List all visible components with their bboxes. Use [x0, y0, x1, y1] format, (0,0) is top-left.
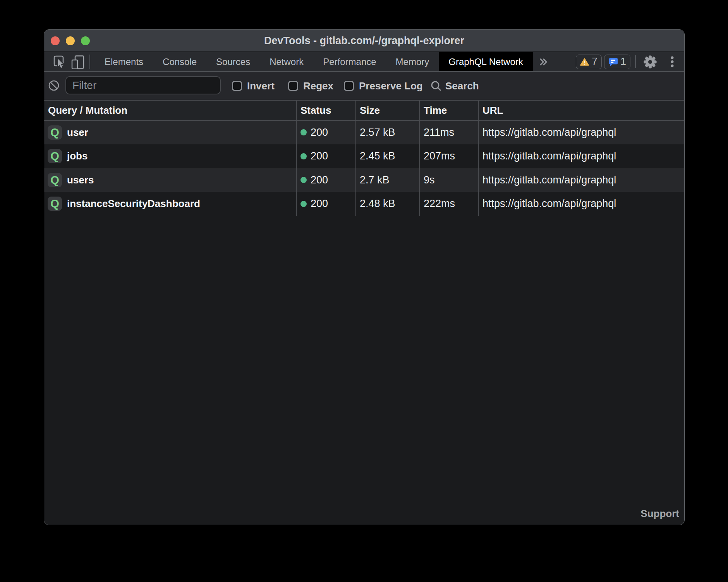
filter-toolbar: Invert Regex Preserve Log Search — [44, 72, 684, 101]
status-ok-dot — [300, 201, 307, 207]
cell-query-name: users — [67, 168, 94, 192]
cell-query-name: instanceSecurityDashboard — [67, 192, 200, 216]
tab-performance[interactable]: Performance — [313, 52, 386, 71]
issues-badge[interactable]: 1 — [604, 55, 630, 69]
window-title: DevTools - gitlab.com/-/graphql-explorer — [264, 35, 464, 47]
query-type-badge: Q — [48, 125, 62, 140]
column-divider[interactable] — [296, 101, 297, 216]
device-toolbar-glyph — [70, 55, 84, 69]
cell-status: 200 — [300, 192, 328, 216]
tab-graphql-network[interactable]: GraphQL Network — [439, 52, 533, 71]
cell-size: 2.57 kB — [360, 121, 395, 145]
cell-time: 9s — [424, 168, 435, 192]
cell-url: https://gitlab.com/api/graphql — [482, 192, 616, 216]
devtools-window: DevTools - gitlab.com/-/graphql-explorer… — [44, 29, 685, 525]
clear-icon[interactable] — [48, 80, 60, 91]
message-bubble-icon — [608, 57, 618, 67]
settings-gear-icon[interactable] — [644, 55, 657, 68]
inspect-cursor-glyph — [53, 55, 67, 69]
cell-url: https://gitlab.com/api/graphql — [482, 168, 616, 192]
invert-checkbox[interactable] — [232, 81, 242, 91]
cell-size: 2.45 kB — [360, 144, 395, 168]
cell-query-name: user — [67, 121, 88, 145]
column-header-status[interactable]: Status — [300, 101, 331, 120]
column-header-query[interactable]: Query / Mutation — [48, 101, 127, 120]
cell-url: https://gitlab.com/api/graphql — [482, 144, 616, 168]
column-header-url[interactable]: URL — [482, 101, 503, 120]
query-type-badge: Q — [48, 149, 62, 163]
inspect-element-icon[interactable] — [52, 55, 69, 69]
invert-label: Invert — [247, 80, 275, 92]
block-circle-glyph — [48, 80, 60, 91]
panel-tabs: Elements Console Sources Network Perform… — [95, 52, 533, 71]
traffic-lights — [51, 36, 90, 45]
column-divider[interactable] — [478, 101, 479, 216]
tab-console[interactable]: Console — [153, 52, 206, 71]
query-type-badge: Q — [48, 173, 62, 187]
table-row[interactable]: Q jobs 200 2.45 kB 207ms https://gitlab.… — [44, 144, 684, 168]
status-ok-dot — [300, 153, 307, 159]
search-icon — [430, 80, 442, 92]
table-row[interactable]: Q users 200 2.7 kB 9s https://gitlab.com… — [44, 168, 684, 192]
cell-status: 200 — [300, 121, 328, 145]
close-button[interactable] — [51, 36, 60, 45]
cell-url: https://gitlab.com/api/graphql — [482, 121, 616, 145]
tabbar-divider — [89, 55, 90, 69]
search-button[interactable]: Search — [430, 72, 479, 100]
table-row[interactable]: Q instanceSecurityDashboard 200 2.48 kB … — [44, 192, 684, 216]
table-header: Query / Mutation Status Size Time URL — [44, 101, 684, 121]
double-chevron-right-icon — [539, 58, 548, 66]
minimize-button[interactable] — [66, 36, 75, 45]
tab-elements[interactable]: Elements — [95, 52, 153, 71]
requests-table: Query / Mutation Status Size Time URL Q … — [44, 101, 684, 525]
cell-time: 222ms — [424, 192, 455, 216]
search-label: Search — [445, 80, 479, 92]
status-ok-dot — [300, 129, 307, 135]
tab-sources[interactable]: Sources — [206, 52, 260, 71]
table-body: Q user 200 2.57 kB 211ms https://gitlab.… — [44, 121, 684, 216]
status-ok-dot — [300, 177, 307, 183]
kebab-glyph — [671, 56, 674, 68]
regex-label: Regex — [303, 80, 333, 92]
cell-time: 207ms — [424, 144, 455, 168]
tab-network[interactable]: Network — [260, 52, 313, 71]
cell-query-name: jobs — [67, 144, 88, 168]
gear-glyph — [644, 55, 657, 68]
regex-checkbox[interactable] — [288, 81, 298, 91]
tabbar-right-divider — [635, 55, 636, 68]
column-header-size[interactable]: Size — [360, 101, 380, 120]
warning-count: 7 — [592, 56, 598, 68]
warnings-badge[interactable]: 7 — [576, 55, 602, 69]
device-toolbar-icon[interactable] — [69, 55, 86, 69]
warning-triangle-icon — [580, 58, 589, 66]
query-type-badge: Q — [48, 197, 62, 211]
table-row[interactable]: Q user 200 2.57 kB 211ms https://gitlab.… — [44, 121, 684, 145]
zoom-button[interactable] — [81, 36, 90, 45]
preserve-log-checkbox-group[interactable]: Preserve Log — [344, 72, 423, 100]
column-divider[interactable] — [355, 101, 356, 216]
invert-checkbox-group[interactable]: Invert — [232, 72, 275, 100]
regex-checkbox-group[interactable]: Regex — [288, 72, 333, 100]
message-count: 1 — [620, 56, 626, 68]
devtools-tab-bar: Elements Console Sources Network Perform… — [44, 52, 684, 72]
cell-time: 211ms — [424, 121, 454, 145]
more-tabs-button[interactable] — [533, 52, 554, 71]
cell-size: 2.48 kB — [360, 192, 395, 216]
preserve-log-label: Preserve Log — [359, 80, 423, 92]
preserve-log-checkbox[interactable] — [344, 81, 354, 91]
cell-status: 200 — [300, 144, 328, 168]
cell-status: 200 — [300, 168, 328, 192]
support-link[interactable]: Support — [640, 508, 679, 520]
tab-memory[interactable]: Memory — [386, 52, 439, 71]
kebab-menu-icon[interactable] — [671, 56, 674, 68]
column-header-time[interactable]: Time — [424, 101, 447, 120]
filter-input[interactable] — [65, 76, 221, 94]
column-divider[interactable] — [419, 101, 420, 216]
cell-size: 2.7 kB — [360, 168, 390, 192]
title-bar: DevTools - gitlab.com/-/graphql-explorer — [44, 30, 684, 52]
